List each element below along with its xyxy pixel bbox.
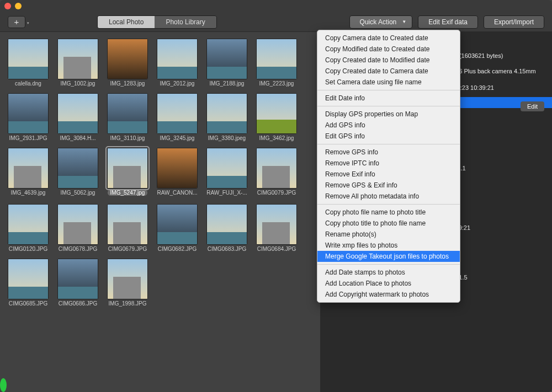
menu-item[interactable]: Add Date stamps to photos [317,267,460,278]
menu-item[interactable]: Remove IPTC info [317,158,460,169]
menu-item[interactable]: Copy photo file name to photo title [317,207,460,218]
menu-item[interactable]: Set Camera date using file name [317,77,460,88]
panel-edit-button[interactable]: Edit [521,101,544,111]
thumbnail-filename: CIMG0079.JPG [252,190,301,196]
menu-item[interactable]: Edit GPS info [317,131,460,142]
menu-item[interactable]: Remove All photo metadata info [317,191,460,202]
menu-item[interactable]: Display GPS properties on Map [317,109,460,120]
thumbnail-filename: IMG_3380.jpeg [202,135,252,141]
thumbnail-filename: IMG_3462.jpg [252,135,301,141]
thumbnail-item[interactable]: CIMG0683.JPG [202,204,252,252]
edit-exif-button[interactable]: Edit Exif data [418,15,478,29]
thumbnail-item[interactable]: RAW_FUJI_X-... [202,148,252,197]
quick-action-button[interactable]: Quick Action [349,15,413,29]
thumbnail-filename: calella.dng [3,80,53,87]
menu-item[interactable]: Copy Camera date to Created date [317,33,460,44]
plus-icon: + [14,17,19,26]
thumbnail-filename: IMG_5247.jpg [108,190,148,196]
menu-item[interactable]: Add Location Place to photos [317,278,460,289]
menu-separator [317,204,460,205]
thumbnail-grid: calella.dngIMG_1002.jpgIMG_1283.jpgIMG_2… [0,32,320,392]
thumbnail-item[interactable]: CIMG0079.JPG [252,148,301,197]
menu-item[interactable]: Copy photo title to photo file name [317,218,460,229]
thumbnail-filename: IMG_5062.jpg [53,190,103,196]
thumbnail-item[interactable]: RAW_CANON... [152,148,202,197]
thumbnail-item[interactable]: IMG_1283.jpg [103,39,152,87]
thumbnail-filename: CIMG0679.JPG [103,246,152,252]
thumbnail-filename: IMG_2931.JPG [3,135,53,141]
main: calella.dngIMG_1002.jpgIMG_1283.jpgIMG_2… [0,32,552,392]
thumbnail-item[interactable]: IMG_2931.JPG [3,93,53,141]
library-segmented-control: Local PhotoPhoto Library [97,15,217,29]
export-import-button[interactable]: Export/Import [484,15,544,29]
thumbnail-filename: RAW_CANON... [152,190,202,196]
menu-item[interactable]: Remove Exif info [317,169,460,180]
menu-separator [317,144,460,144]
thumbnail-filename: IMG_2012.jpg [152,80,202,87]
menu-item[interactable]: Add Copyright watermark to photos [317,289,460,300]
menu-item[interactable]: Remove GPS & Exif info [317,180,460,191]
thumbnail-filename: IMG_1283.jpg [103,80,152,87]
thumbnail-filename: IMG_1002.jpg [53,80,103,87]
menu-separator [317,90,460,90]
thumbnail-filename: CIMG0685.JPG [3,300,53,307]
window-controls [4,3,22,9]
thumbnail-filename: CIMG0683.JPG [202,246,252,252]
menu-item[interactable]: Write xmp files to photos [317,240,460,251]
thumbnail-item[interactable]: IMG_2188.jpg [202,39,252,87]
thumbnail-filename: CIMG0686.JPG [53,300,103,307]
thumbnail-item[interactable]: IMG_2012.jpg [152,39,202,87]
thumbnail-item[interactable]: CIMG0686.JPG [53,259,103,307]
thumbnail-item[interactable]: CIMG0678.JPG [53,204,103,252]
thumbnail-item[interactable]: IMG_5062.jpg [53,148,103,197]
thumbnail-item[interactable]: IMG_1998.JPG [103,259,152,307]
thumbnail-filename: CIMG0684.JPG [252,246,301,252]
menu-item[interactable]: Remove GPS info [317,147,460,158]
thumbnail-item[interactable]: CIMG0685.JPG [3,259,53,307]
thumbnail-filename: IMG_4639.jpg [3,190,53,196]
thumbnail-item[interactable]: CIMG0679.JPG [103,204,152,252]
thumbnail-filename: IMG_3084.H... [53,135,103,141]
menu-item[interactable]: Edit Date info [317,93,460,104]
tab-photo-library[interactable]: Photo Library [155,16,216,28]
thumbnail-filename: IMG_1998.JPG [103,300,152,307]
menu-item[interactable]: Merge Google Takeout json files to photo… [317,251,460,262]
menu-item[interactable]: Add GPS info [317,120,460,131]
thumbnail-filename: IMG_3110.jpg [103,135,152,141]
zoom-icon[interactable] [0,378,7,392]
thumbnail-filename: CIMG0678.JPG [53,246,103,252]
add-button[interactable]: + [8,16,25,28]
thumbnail-item[interactable]: CIMG0120.JPG [3,204,53,252]
titlebar [0,0,552,12]
thumbnail-item[interactable]: IMG_5247.jpg [103,148,152,197]
thumbnail-filename: IMG_3245.jpg [152,135,202,141]
thumbnail-item[interactable]: IMG_3084.H... [53,93,103,141]
close-icon[interactable] [4,3,11,9]
thumbnail-item[interactable]: IMG_2223.jpg [252,39,301,87]
thumbnail-filename: IMG_2188.jpg [202,80,252,87]
thumbnail-item[interactable]: IMG_4639.jpg [3,148,53,197]
menu-item[interactable]: Copy Modified date to Created date [317,44,460,55]
thumbnail-filename: RAW_FUJI_X-... [202,190,252,196]
thumbnail-item[interactable]: IMG_1002.jpg [53,39,103,87]
menu-item[interactable]: Copy Created date to Modified date [317,55,460,66]
thumbnail-filename: CIMG0120.JPG [3,246,53,252]
thumbnail-item[interactable]: IMG_3462.jpg [252,93,301,141]
thumbnail-item[interactable]: CIMG0682.JPG [152,204,202,252]
menu-item[interactable]: Rename photo(s) [317,229,460,240]
thumbnail-filename: IMG_2223.jpg [252,80,301,87]
minimize-icon[interactable] [15,3,22,9]
menu-item[interactable]: Copy Created date to Camera date [317,66,460,77]
tab-local-photo[interactable]: Local Photo [98,16,155,28]
thumbnail-item[interactable]: CIMG0684.JPG [252,204,301,252]
thumbnail-item[interactable]: IMG_3110.jpg [103,93,152,141]
thumbnail-filename: CIMG0682.JPG [152,246,202,252]
menu-separator [317,106,460,106]
thumbnail-item[interactable]: IMG_3245.jpg [152,93,202,141]
thumbnail-item[interactable]: calella.dng [3,39,53,87]
quick-action-menu: Copy Camera date to Created dateCopy Mod… [317,30,460,303]
menu-separator [317,264,460,265]
thumbnail-item[interactable]: IMG_3380.jpeg [202,93,252,141]
toolbar: + Local PhotoPhoto Library Quick Action … [0,12,552,32]
